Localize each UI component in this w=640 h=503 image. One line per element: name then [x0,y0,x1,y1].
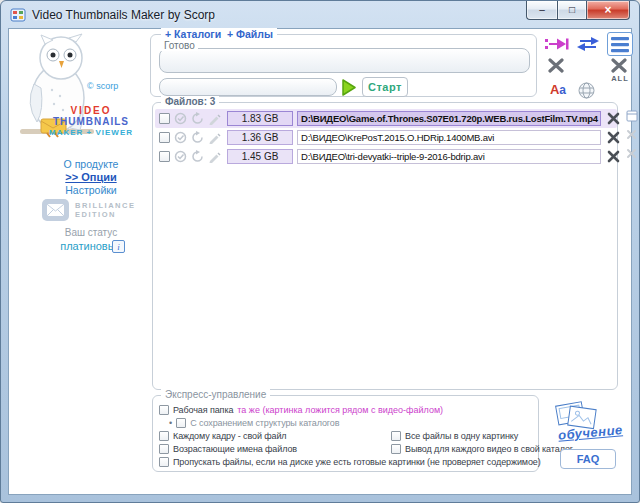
app-logo: VIDEO THUMBNAILS MAKER + VIEWER [31,105,151,138]
logo-video-label: VIDEO [31,105,151,116]
sidebar-item-settings[interactable]: Настройки [31,184,151,196]
file-checkbox[interactable] [159,113,170,124]
status-text: Готово [161,40,198,51]
layout-grid-button[interactable] [607,32,633,56]
logo-thumbnails-label: THUMBNAILS [31,116,151,127]
file-path[interactable]: D:\ВИДЕО\tri-devyatki--triple-9-2016-bdr… [297,149,601,164]
logo-maker-viewer-label: MAKER + VIEWER [31,127,151,138]
increasing-names-label[interactable]: Возрастающие имена файлов [173,444,297,454]
row-clear-icon[interactable] [625,147,638,160]
file-remove-button[interactable] [606,149,621,164]
file-row[interactable]: 1.83 GB D:\ВИДЕО\Game.of.Thrones.S07E01.… [155,109,617,128]
file-remove-button[interactable] [606,130,621,145]
option-row: Пропускать файлы, если на диске уже есть… [159,456,534,468]
file-size: 1.45 GB [227,149,293,164]
file-row[interactable]: 1.45 GB D:\ВИДЕО\tri-devyatki--triple-9-… [155,147,617,166]
file-edit-icon[interactable] [208,112,221,125]
status-badge: платиновый [31,240,151,252]
faq-button[interactable]: FAQ [560,449,616,469]
all-label: ALL [607,74,633,83]
minimize-button[interactable]: – [526,1,557,20]
globe-icon[interactable] [578,82,595,99]
file-checkbox[interactable] [159,132,170,143]
font-sample-lower: a [559,83,566,97]
maximize-icon: □ [569,5,575,15]
clear-all-icon[interactable] [610,58,628,73]
minimize-icon: – [539,5,545,15]
file-status-icon[interactable] [174,150,187,163]
file-status-icon[interactable] [174,131,187,144]
file-checkbox[interactable] [159,151,170,162]
font-button[interactable]: Aa [546,82,570,97]
sidebar-item-about[interactable]: О продукте [31,158,151,170]
progress-bar-file [159,78,337,96]
edition-label: BRILLIANCE EDITION [75,201,135,219]
all-in-one-checkbox[interactable] [391,431,401,441]
edition-block: BRILLIANCE EDITION [42,199,135,221]
close-icon: × [604,5,611,15]
output-per-video-checkbox[interactable] [391,444,401,454]
sidebar-item-options[interactable]: >> Опции [31,171,151,183]
keep-structure-checkbox[interactable] [176,418,186,428]
start-button[interactable]: Старт [362,77,408,97]
skip-existing-checkbox[interactable] [159,457,169,467]
express-group: Экспресс-управление Рабочая папка та же … [152,395,539,472]
play-icon[interactable] [341,78,358,96]
swap-arrows-icon[interactable] [576,36,600,52]
clear-selected-icon[interactable] [547,58,565,73]
keep-structure-label[interactable]: С сохранением структуры каталогов [190,418,339,428]
file-row[interactable]: 1.36 GB D:\ВИДЕО\KrePosT.2015.O.HDRip.14… [155,128,617,147]
bullet-icon: • [169,418,172,428]
copyright-label: © scorp [87,81,118,91]
workdir-checkbox[interactable] [159,405,169,415]
content-area: © scorp VIDEO THUMBNAILS MAKER + VIEWER … [8,28,632,495]
progress-bar-total [159,48,530,73]
add-catalogs-button[interactable]: + Каталоги [161,28,225,40]
close-button[interactable]: × [586,1,630,20]
option-row: Возрастающие имена файлов Вывод для кажд… [159,443,534,455]
file-refresh-icon[interactable] [191,112,204,125]
add-files-button[interactable]: + Файлы [223,28,277,40]
option-row: Каждому кадру - свой файл Все файлы в од… [159,430,534,442]
maximize-button[interactable]: □ [557,1,586,20]
file-edit-icon[interactable] [208,150,221,163]
files-group: Файлов: 3 1.83 GB D:\ВИДЕО\Game.of.Thron… [152,102,618,390]
file-remove-button[interactable] [606,111,621,126]
file-path[interactable]: D:\ВИДЕО\Game.of.Thrones.S07E01.720p.WEB… [297,111,601,126]
window-controls: – □ × [526,1,630,20]
app-window: Video Thumbnails Maker by Scorp – □ × [0,0,640,503]
file-refresh-icon[interactable] [191,150,204,163]
sources-group: + Каталоги + Файлы Готово Старт [150,34,537,97]
files-group-title: Файлов: 3 [161,96,219,107]
express-group-title: Экспресс-управление [161,389,270,400]
font-sample-upper: A [550,82,559,97]
file-size: 1.36 GB [227,130,293,145]
output-per-video-label[interactable]: Вывод для каждого видео в свой каталог [405,444,573,454]
app-icon [10,7,26,23]
mail-icon [42,199,69,221]
send-arrow-icon[interactable] [545,36,569,52]
status-label: Ваш статус [31,227,151,238]
info-icon[interactable]: i [112,240,125,253]
workdir-label[interactable]: Рабочая папка [173,405,233,415]
file-size: 1.83 GB [227,111,293,126]
file-status-icon[interactable] [174,112,187,125]
each-frame-label[interactable]: Каждому кадру - свой файл [173,431,287,441]
sidebar-nav: О продукте >> Опции Настройки [31,157,151,197]
option-row: • С сохранением структуры каталогов [159,417,534,429]
file-path[interactable]: D:\ВИДЕО\KrePosT.2015.O.HDRip.1400MB.avi [297,130,601,145]
row-preview-icon[interactable] [625,109,638,122]
file-refresh-icon[interactable] [191,131,204,144]
all-in-one-label[interactable]: Все файлы в одну картинку [405,431,518,441]
skip-existing-label[interactable]: Пропускать файлы, если на диске уже есть… [173,457,541,467]
window-title: Video Thumbnails Maker by Scorp [32,8,215,22]
each-frame-checkbox[interactable] [159,431,169,441]
file-edit-icon[interactable] [208,131,221,144]
workdir-value[interactable]: та же (картинка ложится рядом с видео-фа… [237,405,443,415]
row-clear-icon[interactable] [625,128,638,141]
increasing-names-checkbox[interactable] [159,444,169,454]
option-row: Рабочая папка та же (картинка ложится ря… [159,404,534,416]
